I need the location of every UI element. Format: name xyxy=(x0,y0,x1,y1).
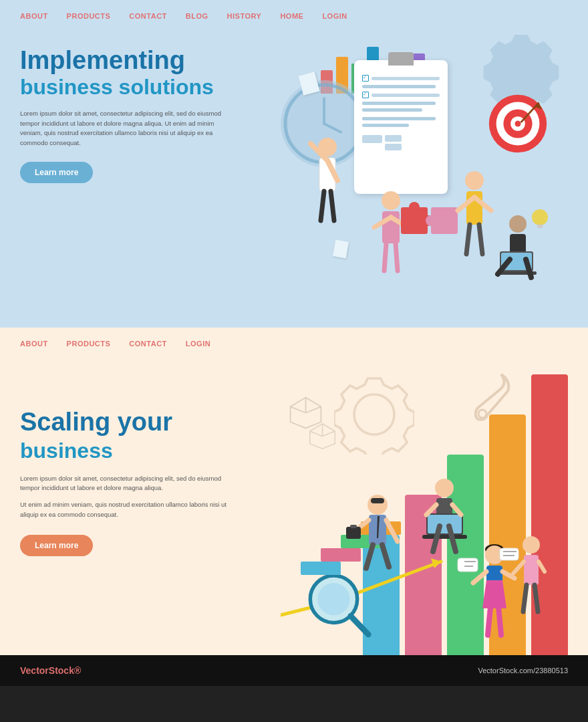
svg-line-32 xyxy=(479,225,482,254)
svg-rect-92 xyxy=(524,555,539,585)
nav-about[interactable]: ABOUT xyxy=(20,12,48,20)
svg-line-84 xyxy=(473,572,486,583)
puzzle-pieces xyxy=(401,202,458,234)
check-row-1 xyxy=(362,75,440,82)
person4 xyxy=(496,209,548,277)
svg-point-24 xyxy=(409,202,420,213)
nav-home[interactable]: HOME xyxy=(280,12,303,20)
s1-title-sub: business solutions xyxy=(20,75,267,100)
nav-section1: ABOUT PRODUCTS CONTACT BLOG HISTORY HOME… xyxy=(20,12,568,20)
people-illustration-2 xyxy=(267,401,548,655)
s2-learn-more-button[interactable]: Learn more xyxy=(20,535,93,556)
clip-line-1 xyxy=(362,85,436,88)
svg-point-69 xyxy=(435,479,454,497)
svg-point-59 xyxy=(368,495,388,515)
svg-line-31 xyxy=(466,225,470,254)
s1-left: Implementing business solutions Lorem ip… xyxy=(20,40,267,321)
nav-section2: ABOUT PRODUCTS CONTACT LOGIN xyxy=(20,340,568,348)
s2-nav-contact[interactable]: CONTACT xyxy=(129,340,166,348)
s1-illustration xyxy=(267,40,568,321)
paper-note-2 xyxy=(333,239,349,258)
svg-point-26 xyxy=(426,215,436,226)
svg-line-96 xyxy=(535,585,538,612)
s2-nav-products[interactable]: PRODUCTS xyxy=(67,340,111,348)
s2-body2: Ut enim ad minim veniam, quis nostrud ex… xyxy=(20,500,227,519)
svg-line-21 xyxy=(396,243,398,271)
svg-rect-97 xyxy=(500,548,519,560)
s1-title-main: Implementing xyxy=(20,47,267,75)
svg-line-74 xyxy=(426,505,436,515)
person3 xyxy=(458,171,491,254)
svg-marker-83 xyxy=(482,580,506,608)
check-line-1 xyxy=(372,77,440,80)
footer-brand-name: VectorStock xyxy=(20,665,74,676)
svg-line-87 xyxy=(498,607,501,635)
section2: ABOUT PRODUCTS CONTACT LOGIN Scaling you… xyxy=(0,328,588,655)
people-illustration xyxy=(267,94,548,308)
s1-content: Implementing business solutions Lorem ip… xyxy=(20,40,568,321)
svg-line-86 xyxy=(488,607,490,635)
s1-learn-more-button[interactable]: Learn more xyxy=(20,162,93,183)
svg-point-33 xyxy=(509,215,527,233)
footer-url: VectorStock.com/23880513 xyxy=(478,667,568,675)
svg-line-14 xyxy=(321,191,324,221)
svg-rect-56 xyxy=(321,548,361,562)
nav-history[interactable]: HISTORY xyxy=(227,12,262,20)
footer: VectorStock® VectorStock.com/23880513 xyxy=(0,655,588,686)
checkbox-1 xyxy=(362,75,369,82)
svg-rect-88 xyxy=(458,558,478,572)
s2-person1 xyxy=(301,495,401,575)
s2-person2 xyxy=(422,479,467,552)
svg-rect-60 xyxy=(371,498,384,503)
nav-products[interactable]: PRODUCTS xyxy=(67,12,111,20)
s2-nav-about[interactable]: ABOUT xyxy=(20,340,48,348)
svg-rect-73 xyxy=(422,535,467,539)
svg-point-40 xyxy=(532,209,548,225)
svg-line-94 xyxy=(539,562,545,572)
svg-line-20 xyxy=(384,243,386,271)
svg-rect-72 xyxy=(428,515,462,533)
svg-line-75 xyxy=(452,505,461,515)
svg-rect-41 xyxy=(537,225,543,228)
clipboard-clip xyxy=(388,52,414,66)
svg-rect-55 xyxy=(301,562,341,575)
footer-registered: ® xyxy=(74,665,81,676)
s2-left: Scaling your business Lorem ipsum dolor … xyxy=(20,368,267,655)
s2-person3 xyxy=(458,411,514,635)
s1-body: Lorem ipsum dolor sit amet, consectetur … xyxy=(20,109,227,148)
s2-illustration xyxy=(267,368,568,655)
s2-nav-login[interactable]: LOGIN xyxy=(186,340,210,348)
s2-body1: Lorem ipsum dolor sit amet, consectetur … xyxy=(20,474,227,493)
svg-line-93 xyxy=(513,562,524,574)
footer-brand: VectorStock® xyxy=(20,665,81,676)
svg-point-16 xyxy=(382,191,400,210)
svg-rect-81 xyxy=(484,411,486,545)
section1: ABOUT PRODUCTS CONTACT BLOG HISTORY HOME… xyxy=(0,0,588,328)
svg-line-95 xyxy=(523,585,527,612)
svg-line-67 xyxy=(366,545,373,568)
svg-rect-65 xyxy=(346,527,361,539)
nav-blog[interactable]: BLOG xyxy=(186,12,208,20)
s2-content: Scaling your business Lorem ipsum dolor … xyxy=(20,368,568,655)
svg-line-15 xyxy=(331,191,334,221)
svg-line-68 xyxy=(382,545,389,567)
svg-point-27 xyxy=(465,171,484,190)
svg-point-91 xyxy=(523,536,540,554)
s2-title-main: Scaling your xyxy=(20,408,267,437)
person1 xyxy=(311,138,337,221)
nav-login[interactable]: LOGIN xyxy=(322,12,347,20)
s2-title-sub: business xyxy=(20,439,267,463)
svg-rect-66 xyxy=(350,525,357,528)
nav-contact[interactable]: CONTACT xyxy=(129,12,166,20)
